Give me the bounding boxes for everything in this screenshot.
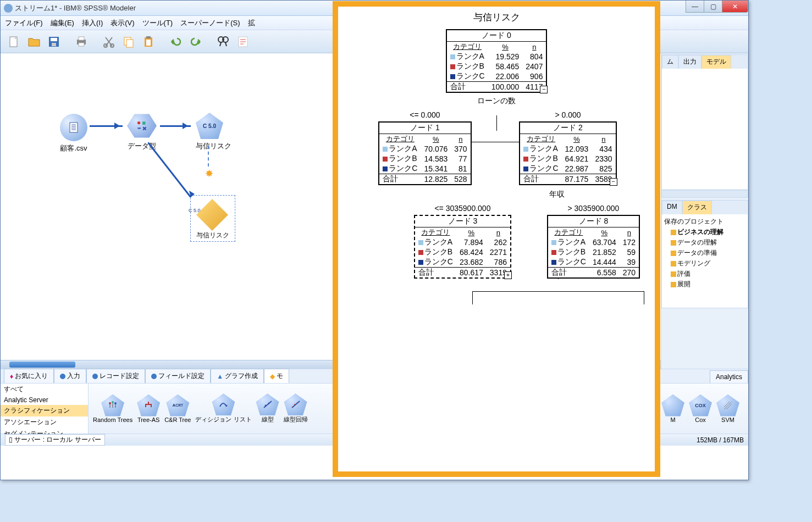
- svg-rect-5: [79, 37, 84, 40]
- project-item-deploy[interactable]: 展開: [664, 279, 745, 290]
- svg-point-20: [109, 402, 111, 404]
- maximize-button[interactable]: ▢: [704, 1, 722, 13]
- server-status[interactable]: ▯ サーバー : ローカル サーバー: [5, 434, 105, 446]
- svg-point-23: [264, 405, 266, 407]
- tab-stream[interactable]: ム: [662, 55, 678, 69]
- menu-ext[interactable]: 拡: [248, 18, 255, 28]
- tree-node-2[interactable]: ノード 2 カテゴリ%n ランクA12.093434 ランクB64.921233…: [519, 121, 616, 185]
- copy-icon[interactable]: [119, 32, 138, 51]
- redo-icon[interactable]: [186, 32, 205, 51]
- nugget-node-label: 与信リスク: [196, 231, 229, 240]
- palnode-svm[interactable]: SVM: [716, 395, 739, 423]
- split-2-label: 年収: [459, 190, 655, 199]
- menu-file[interactable]: ファイル(F): [5, 18, 43, 28]
- undo-icon[interactable]: [167, 32, 185, 51]
- dashed-link: [208, 146, 209, 166]
- palnode-dec[interactable]: ディシジョン リスト: [195, 393, 251, 424]
- managers-content: [662, 69, 748, 190]
- model-node[interactable]: C 5.0 与信リスク: [196, 113, 231, 151]
- menu-edit[interactable]: 編集(E): [51, 18, 74, 28]
- project-item-data-prep[interactable]: データの準備: [664, 248, 745, 258]
- svg-rect-19: [142, 121, 145, 124]
- ptab-input[interactable]: 入力: [54, 369, 86, 383]
- edit-icon[interactable]: [234, 32, 252, 51]
- pcat-association[interactable]: アソシエーション: [1, 417, 88, 428]
- link-star-icon: ✸: [205, 168, 213, 180]
- expand-icon[interactable]: +: [504, 271, 512, 279]
- tree-node-3[interactable]: ノード 3 カテゴリ%n ランクA7.894262 ランクB68.4242271…: [414, 215, 511, 279]
- palnode-m[interactable]: M: [661, 395, 684, 423]
- cond-le0: <= 0.000: [362, 110, 488, 119]
- model-node-label: 与信リスク: [196, 141, 231, 151]
- cut-icon[interactable]: [100, 32, 118, 51]
- ptab-favorites[interactable]: ♦お気に入り: [4, 369, 54, 383]
- svg-point-22: [114, 402, 117, 404]
- menu-tools[interactable]: ツール(T): [142, 18, 173, 28]
- tree-node-0[interactable]: ノード 0 カテゴリ%n ランクA19.529804 ランクB58.465240…: [446, 29, 548, 93]
- project-item-business[interactable]: ビジネスの理解: [664, 227, 745, 237]
- minimize-button[interactable]: —: [686, 1, 704, 13]
- palnode-cox[interactable]: COXCox: [689, 395, 712, 423]
- svg-rect-13: [146, 40, 151, 46]
- menu-supernode[interactable]: スーパーノード(S): [180, 18, 240, 28]
- print-icon[interactable]: [72, 32, 91, 51]
- paste-icon[interactable]: [139, 32, 158, 51]
- tab-classes[interactable]: クラス: [682, 201, 712, 214]
- close-button[interactable]: ✕: [722, 1, 748, 13]
- ptab-record[interactable]: レコード設定: [86, 369, 145, 383]
- svg-rect-17: [70, 123, 78, 132]
- save-icon[interactable]: [45, 32, 63, 51]
- ptab-analytics[interactable]: Analytics: [710, 370, 748, 383]
- project-root[interactable]: 保存のプロジェクト: [664, 216, 745, 227]
- tree-node-1[interactable]: ノード 1 カテゴリ%n ランクA70.076370 ランクB14.58377 …: [378, 121, 471, 185]
- svg-point-18: [137, 121, 140, 124]
- palnode-lin[interactable]: 線型: [256, 393, 279, 424]
- open-icon[interactable]: [25, 32, 43, 51]
- palette-categories: すべて Analytic Server クラシフィケーション アソシエーション …: [1, 384, 89, 434]
- panel-scrollbar[interactable]: [662, 190, 748, 197]
- memory-status: 152MB / 167MB: [697, 436, 744, 444]
- tree-node-8[interactable]: ノード 8 カテゴリ%n ランクA63.704172 ランクB21.85259 …: [547, 215, 640, 279]
- project-item-modeling[interactable]: モデリング: [664, 258, 745, 269]
- project-item-data-und[interactable]: データの理解: [664, 237, 745, 248]
- svg-rect-10: [126, 40, 133, 47]
- arrow-3: [148, 142, 197, 203]
- cond-gt0: > 0.000: [505, 110, 631, 119]
- tree-viewer-overlay: 与信リスク ノード 0 カテゴリ%n ランクA19.529804 ランクB58.…: [333, 1, 660, 477]
- pcat-classification[interactable]: クラシフィケーション: [1, 405, 88, 417]
- menu-insert[interactable]: 挿入(I): [82, 18, 103, 28]
- ptab-graph[interactable]: ▲グラフ作成: [211, 369, 264, 383]
- source-node[interactable]: 顧客.csv: [60, 114, 87, 153]
- arrow-1: [90, 125, 123, 127]
- tab-output[interactable]: 出力: [678, 55, 701, 69]
- tree-title: 与信リスク: [338, 11, 655, 24]
- collapse-icon[interactable]: −: [610, 178, 617, 186]
- menu-view[interactable]: 表示(V): [111, 18, 134, 28]
- svg-point-26: [294, 404, 295, 405]
- cond-gt-inc: > 3035900.000: [532, 204, 655, 213]
- pcat-as[interactable]: Analytic Server: [1, 395, 88, 405]
- tab-crisp-dm[interactable]: DM: [662, 201, 682, 214]
- new-icon[interactable]: [5, 32, 24, 51]
- svg-point-21: [112, 401, 114, 403]
- pcat-all[interactable]: すべて: [1, 384, 88, 395]
- managers-panel: ム 出力 モデル: [661, 54, 748, 198]
- svg-point-24: [268, 403, 269, 404]
- svg-rect-6: [79, 43, 84, 46]
- collapse-icon[interactable]: −: [540, 86, 548, 93]
- project-content: 保存のプロジェクト ビジネスの理解 データの理解 データの準備 モデリング 評価…: [662, 214, 748, 308]
- project-panel: DM クラス 保存のプロジェクト ビジネスの理解 データの理解 データの準備 モ…: [661, 200, 748, 308]
- palnode-crt[interactable]: ACRTC&R Tree: [164, 395, 191, 423]
- palnode-linr[interactable]: 線型回帰: [284, 393, 308, 424]
- palnode-rt[interactable]: Random Trees: [93, 395, 132, 423]
- app-icon: [4, 4, 13, 13]
- ptab-model[interactable]: ◆モ: [264, 369, 289, 383]
- ptab-field[interactable]: フィールド設定: [145, 369, 211, 383]
- svg-point-27: [297, 402, 298, 403]
- palnode-ta[interactable]: Tree-AS: [137, 395, 160, 423]
- project-item-eval[interactable]: 評価: [664, 269, 745, 279]
- tab-models[interactable]: モデル: [701, 55, 731, 69]
- search-icon[interactable]: [214, 32, 233, 51]
- svg-rect-12: [146, 36, 151, 38]
- split-1-label: ローンの数: [338, 96, 655, 106]
